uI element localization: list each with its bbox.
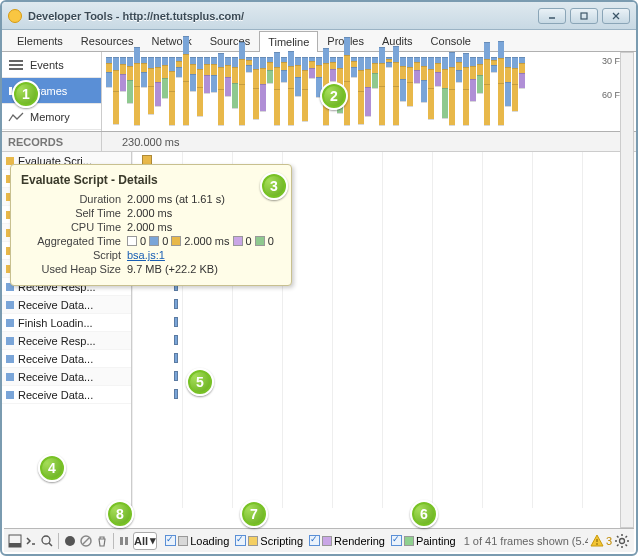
svg-rect-1 [581,13,587,19]
window-title: Developer Tools - http://net.tutsplus.co… [28,10,244,22]
close-button[interactable] [602,8,630,24]
svg-rect-5 [9,60,23,62]
swatch-painting [255,236,265,246]
records-header-row: RECORDS 230.000 ms [2,132,636,152]
swatch-loading [149,236,159,246]
svg-rect-19 [125,537,128,545]
svg-rect-11 [9,543,21,547]
flame-bar[interactable] [174,371,178,381]
records-header: RECORDS [2,132,102,151]
tab-sources[interactable]: Sources [201,30,259,51]
svg-line-30 [626,536,628,538]
annotation-marker-7: 7 [240,500,268,528]
svg-point-22 [620,538,625,543]
window-buttons [538,8,630,24]
record-button[interactable] [63,531,77,551]
svg-point-21 [596,543,598,545]
swatch-rendering [233,236,243,246]
svg-line-28 [626,544,628,546]
record-row[interactable]: Receive Data... [2,296,131,314]
flame-bar[interactable] [174,317,178,327]
overview-row: EventsFramesMemory 30 FPS 60 FPS [2,52,636,132]
svg-line-29 [617,544,619,546]
svg-line-27 [617,536,619,538]
mode-events[interactable]: Events [2,52,101,78]
search-button[interactable] [40,531,54,551]
svg-rect-18 [120,537,123,545]
record-row[interactable]: Receive Data... [2,350,131,368]
filter-all-button[interactable]: All▾ [133,532,157,550]
events-icon [8,59,24,71]
record-category-dot [6,319,14,327]
annotation-marker-5: 5 [186,368,214,396]
time-ruler-label: 230.000 ms [102,136,199,148]
frame-overview[interactable]: 30 FPS 60 FPS [102,52,636,131]
app-favicon [8,9,22,23]
svg-point-13 [42,536,50,544]
svg-rect-4 [9,64,23,66]
svg-line-14 [49,543,52,546]
dock-button[interactable] [8,531,22,551]
checkbox-icon [165,535,176,546]
record-row[interactable]: Receive Resp... [2,332,131,350]
record-row[interactable]: Receive Data... [2,386,131,404]
clear-button[interactable] [79,531,93,551]
checkbox-icon [391,535,402,546]
mode-memory[interactable]: Memory [2,104,101,130]
tab-elements[interactable]: Elements [8,30,72,51]
filter-painting[interactable]: Painting [391,535,456,547]
console-toggle[interactable] [24,531,38,551]
range-label: 1 of 41 frames shown (5.498 ms – 50.027 … [464,535,588,547]
script-link[interactable]: bsa.js:1 [127,249,165,261]
gc-button[interactable] [95,531,109,551]
svg-line-17 [83,538,89,544]
annotation-marker-2: 2 [320,82,348,110]
record-row[interactable]: Finish Loadin... [2,314,131,332]
swatch-idle [127,236,137,246]
checkbox-icon [235,535,246,546]
maximize-button[interactable] [570,8,598,24]
settings-button[interactable] [614,533,630,549]
record-row[interactable]: Receive Data... [2,368,131,386]
annotation-marker-8: 8 [106,500,134,528]
minimize-button[interactable] [538,8,566,24]
filter-loading[interactable]: Loading [165,535,229,547]
swatch-scripting [171,236,181,246]
warnings-badge[interactable]: 3 [590,534,612,548]
flame-bar[interactable] [174,353,178,363]
detail-tooltip: Evaluate Script - Details Duration2.000 … [10,164,292,286]
title-bar: Developer Tools - http://net.tutsplus.co… [2,2,636,30]
chevron-down-icon: ▾ [150,534,156,547]
record-category-dot [6,355,14,363]
tooltip-title: Evaluate Script - Details [21,173,281,187]
record-category-dot [6,373,14,381]
record-category-dot [6,301,14,309]
record-category-dot [6,337,14,345]
annotation-marker-3: 3 [260,172,288,200]
flame-bar[interactable] [174,335,178,345]
record-category-dot [6,391,14,399]
category-filters: LoadingScriptingRenderingPainting [165,535,455,547]
glue-button[interactable] [117,531,131,551]
annotation-marker-1: 1 [12,80,40,108]
status-bar: All▾ LoadingScriptingRenderingPainting 1… [4,528,634,552]
tab-network[interactable]: Network [142,30,200,51]
annotation-marker-4: 4 [38,454,66,482]
checkbox-icon [309,535,320,546]
tab-resources[interactable]: Resources [72,30,143,51]
filter-scripting[interactable]: Scripting [235,535,303,547]
tab-console[interactable]: Console [422,30,480,51]
flame-bar[interactable] [174,299,178,309]
svg-point-15 [65,536,75,546]
filter-rendering[interactable]: Rendering [309,535,385,547]
annotation-marker-6: 6 [410,500,438,528]
memory-icon [8,111,24,123]
flame-bar[interactable] [174,389,178,399]
tab-timeline[interactable]: Timeline [259,31,318,52]
vertical-scrollbar[interactable] [620,52,634,528]
svg-rect-6 [9,68,23,70]
panel-tabs: ElementsResourcesNetworkSourcesTimelineP… [2,30,636,52]
